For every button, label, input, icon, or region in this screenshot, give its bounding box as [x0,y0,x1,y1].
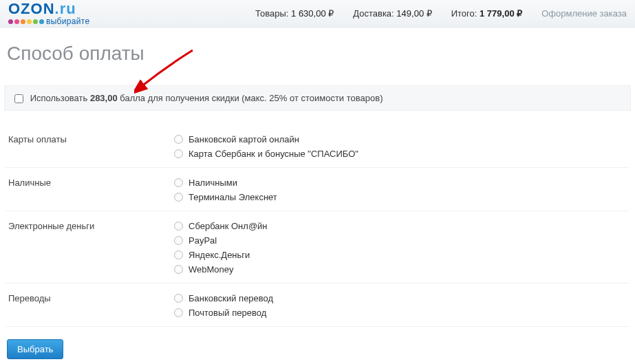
options-list: Сбербанк Онл@йн PayPal Яндекс.Деньги Web… [174,221,629,275]
section-emoney: Электронные деньги Сбербанк Онл@йн PayPa… [6,211,629,283]
header-bar: OZON.ru выбирайте Товары: 1 630,00 ₽ Дос… [0,0,635,28]
goods-value: 1 630,00 ₽ [291,8,334,19]
options-list: Банковский перевод Почтовый перевод [174,293,629,318]
radio-icon[interactable] [174,149,183,158]
use-points-label[interactable]: Использовать 283,00 балла для получения … [14,93,383,103]
total-label: Итого: [451,8,477,19]
use-points-checkbox[interactable] [14,94,23,103]
radio-icon[interactable] [174,265,183,274]
delivery-summary: Доставка: 149,00 ₽ [353,8,431,19]
option-label: WebMoney [189,264,234,275]
total-summary: Итого: 1 779,00 ₽ [451,8,523,19]
logo-main: OZON [8,0,55,17]
option-label: Почтовый перевод [189,308,266,318]
radio-icon[interactable] [174,294,183,303]
radio-icon[interactable] [174,222,183,231]
payment-option[interactable]: Терминалы Элекснет [174,192,629,202]
payment-option[interactable]: PayPal [174,235,629,246]
submit-row: Выбрать [7,339,635,359]
payment-option[interactable]: Яндекс.Деньги [174,250,629,260]
points-amount: 283,00 [90,93,118,103]
option-label: PayPal [189,235,217,246]
checkout-link[interactable]: Оформление заказа [541,8,627,19]
section-transfers: Переводы Банковский перевод Почтовый пер… [6,283,629,327]
delivery-label: Доставка: [353,8,394,19]
radio-icon[interactable] [174,135,183,144]
delivery-value: 149,00 ₽ [396,8,431,19]
option-label: Яндекс.Деньги [189,250,250,260]
page-title: Способ оплаты [7,43,635,65]
section-cash: Наличные Наличными Терминалы Элекснет [6,168,629,211]
logo-tagline-row: выбирайте [8,17,89,25]
logo-text: OZON.ru [8,1,89,17]
payment-option[interactable]: Банковский перевод [174,293,629,303]
options-list: Наличными Терминалы Элекснет [174,178,629,202]
option-label: Терминалы Элекснет [189,192,277,202]
goods-summary: Товары: 1 630,00 ₽ [255,8,334,19]
section-cards: Карты оплаты Банковской картой онлайн Ка… [6,125,629,168]
section-title: Наличные [6,178,174,202]
payment-option[interactable]: Почтовый перевод [174,308,629,318]
option-label: Карта Сбербанк и бонусные "СПАСИБО" [189,149,358,159]
points-prefix: Использовать [30,93,90,103]
use-points-box: Использовать 283,00 балла для получения … [4,85,631,111]
option-label: Сбербанк Онл@йн [189,221,268,231]
order-summary: Товары: 1 630,00 ₽ Доставка: 149,00 ₽ Ит… [117,8,627,19]
payment-sections: Карты оплаты Банковской картой онлайн Ка… [6,125,629,327]
logo-suffix: .ru [55,0,76,17]
logo[interactable]: OZON.ru выбирайте [8,1,89,25]
payment-option[interactable]: Наличными [174,178,629,188]
option-label: Наличными [189,178,237,188]
radio-icon[interactable] [174,308,183,317]
payment-option[interactable]: Банковской картой онлайн [174,134,629,144]
logo-tagline: выбирайте [46,17,89,25]
logo-dots [8,19,44,24]
section-title: Карты оплаты [6,134,174,159]
option-label: Банковской картой онлайн [189,134,299,144]
radio-icon[interactable] [174,250,183,259]
section-title: Переводы [6,293,174,318]
radio-icon[interactable] [174,178,183,187]
payment-option[interactable]: Карта Сбербанк и бонусные "СПАСИБО" [174,149,629,159]
payment-option[interactable]: WebMoney [174,264,629,275]
goods-label: Товары: [255,8,288,19]
section-title: Электронные деньги [6,221,174,275]
submit-button[interactable]: Выбрать [7,339,63,359]
radio-icon[interactable] [174,236,183,245]
radio-icon[interactable] [174,193,183,202]
total-value: 1 779,00 ₽ [480,8,522,19]
points-suffix: балла для получения скидки (макс. 25% от… [118,93,383,103]
payment-option[interactable]: Сбербанк Онл@йн [174,221,629,231]
options-list: Банковской картой онлайн Карта Сбербанк … [174,134,629,159]
option-label: Банковский перевод [189,293,273,303]
